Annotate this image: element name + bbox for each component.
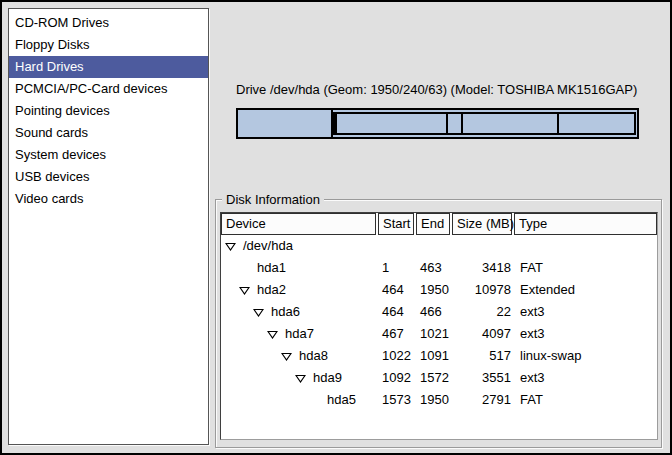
table-row[interactable]: hda8 1022 1091 517 linux-swap	[221, 345, 657, 367]
size-cell: 3551	[452, 367, 514, 389]
sidebar-item-hard-drives[interactable]: Hard Drives	[9, 56, 208, 78]
column-header-end[interactable]: End	[416, 213, 450, 235]
sidebar-item-floppy-disks[interactable]: Floppy Disks	[9, 34, 208, 56]
end-cell: 1950	[416, 279, 452, 301]
table-row[interactable]: hda2 464 1950 10978 Extended	[221, 279, 657, 301]
sidebar-item-video-cards[interactable]: Video cards	[9, 188, 208, 210]
partition-bar	[236, 108, 639, 139]
type-cell: FAT	[514, 257, 657, 279]
table-row[interactable]: hda1 1 463 3418 FAT	[221, 257, 657, 279]
size-cell: 517	[452, 345, 514, 367]
end-cell	[416, 235, 452, 257]
device-name: hda6	[271, 301, 300, 323]
disk-table-body: /dev/hda hda1 1 463 3418 FAT	[221, 235, 657, 411]
start-cell: 464	[378, 301, 416, 323]
device-name: hda2	[257, 279, 286, 301]
table-row[interactable]: /dev/hda	[221, 235, 657, 257]
start-cell: 464	[378, 279, 416, 301]
sidebar-item-system-devices[interactable]: System devices	[9, 144, 208, 166]
end-cell: 1021	[416, 323, 452, 345]
disk-information-label: Disk Information	[222, 192, 324, 207]
expander-triangle-icon[interactable]	[267, 330, 285, 339]
size-cell: 10978	[452, 279, 514, 301]
column-header-start[interactable]: Start	[378, 213, 414, 235]
start-cell: 467	[378, 323, 416, 345]
column-header-type[interactable]: Type	[514, 213, 657, 235]
partition-segment-hda9	[463, 114, 560, 133]
disk-information-groupbox: Disk Information Device Start End Size (…	[215, 199, 662, 448]
sidebar-item-usb-devices[interactable]: USB devices	[9, 166, 208, 188]
start-cell: 1092	[378, 367, 416, 389]
size-cell: 22	[452, 301, 514, 323]
column-header-device[interactable]: Device	[221, 213, 376, 235]
size-cell	[452, 235, 514, 257]
device-name: hda7	[285, 323, 314, 345]
end-cell: 1950	[416, 389, 452, 411]
start-cell: 1	[378, 257, 416, 279]
table-row[interactable]: hda6 464 466 22 ext3	[221, 301, 657, 323]
expander-triangle-icon[interactable]	[225, 242, 243, 251]
start-cell: 1573	[378, 389, 416, 411]
table-row[interactable]: hda7 467 1021 4097 ext3	[221, 323, 657, 345]
size-cell: 4097	[452, 323, 514, 345]
expander-triangle-icon[interactable]	[295, 374, 313, 383]
sidebar-item-pointing-devices[interactable]: Pointing devices	[9, 100, 208, 122]
start-cell	[378, 235, 416, 257]
type-cell: FAT	[514, 389, 657, 411]
type-cell: ext3	[514, 301, 657, 323]
end-cell: 466	[416, 301, 452, 323]
device-name: /dev/hda	[243, 235, 293, 257]
start-cell: 1022	[378, 345, 416, 367]
expander-triangle-icon[interactable]	[239, 286, 257, 295]
device-name: hda5	[327, 389, 356, 411]
partition-segment-hda1	[238, 110, 333, 137]
hardware-browser-window: { "colors": { "selection_background": "#…	[0, 0, 672, 455]
type-cell: ext3	[514, 367, 657, 389]
device-name: hda8	[299, 345, 328, 367]
device-name: hda1	[257, 257, 286, 279]
expander-triangle-icon[interactable]	[253, 308, 271, 317]
type-cell: Extended	[514, 279, 657, 301]
drive-title: Drive /dev/hda (Geom: 1950/240/63) (Mode…	[236, 82, 637, 97]
partition-segment-hda7	[337, 114, 449, 133]
table-row[interactable]: hda5 1573 1950 2791 FAT	[221, 389, 657, 411]
type-cell	[514, 235, 657, 257]
partition-segment-hda8	[448, 114, 462, 133]
disk-table-header: Device Start End Size (MB) Type	[221, 213, 657, 235]
column-header-size[interactable]: Size (MB)	[452, 213, 512, 235]
table-row[interactable]: hda9 1092 1572 3551 ext3	[221, 367, 657, 389]
partition-segment-hda5	[559, 114, 635, 133]
sidebar-item-cdrom-drives[interactable]: CD-ROM Drives	[9, 12, 208, 34]
end-cell: 1572	[416, 367, 452, 389]
disk-table: Device Start End Size (MB) Type /dev/hda	[220, 212, 658, 440]
end-cell: 1091	[416, 345, 452, 367]
size-cell: 3418	[452, 257, 514, 279]
type-cell: ext3	[514, 323, 657, 345]
sidebar-item-pcmcia-devices[interactable]: PCMCIA/PC-Card devices	[9, 78, 208, 100]
sidebar-item-sound-cards[interactable]: Sound cards	[9, 122, 208, 144]
end-cell: 463	[416, 257, 452, 279]
type-cell: linux-swap	[514, 345, 657, 367]
expander-triangle-icon[interactable]	[281, 352, 299, 361]
device-name: hda9	[313, 367, 342, 389]
device-category-list: CD-ROM Drives Floppy Disks Hard Drives P…	[8, 8, 209, 445]
size-cell: 2791	[452, 389, 514, 411]
partition-segment-hda2	[333, 112, 636, 135]
